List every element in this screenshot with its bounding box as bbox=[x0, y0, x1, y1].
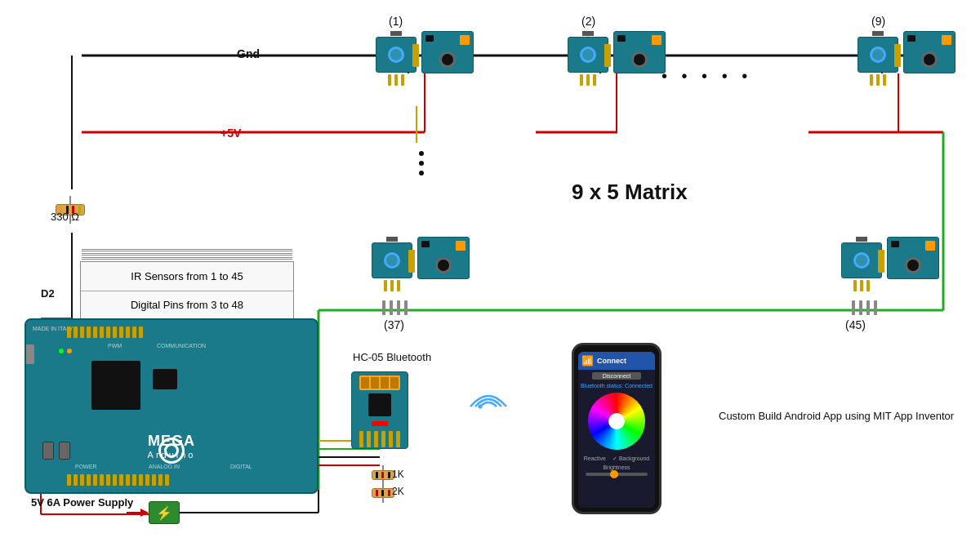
sensor-module-1 bbox=[376, 31, 474, 86]
main-diagram: Gnd +5V 330 Ω D2 IR Sensors from 1 to 45… bbox=[0, 0, 980, 551]
resistor-1k bbox=[372, 465, 394, 485]
pwm-label: PWM bbox=[108, 343, 122, 349]
hc05-label: HC-05 Bluetooth bbox=[353, 351, 431, 363]
usb-port bbox=[24, 344, 34, 364]
arduino-mega-board: MADE IN ITALY PWM COMMUNICATION MEGA Ard… bbox=[24, 318, 318, 494]
power-module: ⚡ bbox=[149, 501, 180, 524]
resistor-2k bbox=[372, 483, 394, 503]
phone: 📶 Connect Disconnect Bluetooth status: C… bbox=[572, 343, 662, 514]
analog-label: ANALOG IN bbox=[149, 464, 180, 469]
module-num-1: (1) bbox=[389, 15, 403, 28]
sensor-module-37 bbox=[372, 237, 470, 291]
phone-bt-icon: 📶 bbox=[581, 355, 594, 367]
phone-bt-status: Bluetooth status: Connected bbox=[578, 382, 655, 389]
main-chip bbox=[91, 361, 140, 410]
dots-vertical bbox=[419, 151, 424, 176]
digital-pins-label: Digital Pins from 3 to 48 bbox=[81, 291, 293, 320]
module-37-pins bbox=[382, 300, 408, 315]
reactive-label: Reactive bbox=[584, 455, 606, 462]
phone-connect-label: Connect bbox=[597, 357, 626, 365]
sensor-module-9 bbox=[858, 31, 956, 86]
ribbon-label-box: IR Sensors from 1 to 45 Digital Pins fro… bbox=[80, 261, 294, 320]
ir-sensors-label: IR Sensors from 1 to 45 bbox=[81, 262, 293, 291]
power-label: POWER bbox=[75, 464, 96, 469]
phone-screen: 📶 Connect Disconnect Bluetooth status: C… bbox=[578, 352, 655, 508]
resistor-1k-label: 1K bbox=[392, 469, 404, 480]
sensor-module-45 bbox=[841, 237, 939, 291]
sensor-module-2 bbox=[568, 31, 666, 86]
dots-horizontal: • • • • • bbox=[662, 67, 752, 86]
power-supply-label: 5V 6A Power Supply bbox=[31, 495, 133, 511]
hc05-module bbox=[351, 371, 408, 449]
bluetooth-wave bbox=[464, 382, 513, 434]
resistance-label: 330 Ω bbox=[51, 211, 79, 223]
comm-label: COMMUNICATION bbox=[157, 343, 206, 349]
digital-label: DIGITAL bbox=[230, 464, 252, 469]
arduino-mega-label: MEGA Arduino bbox=[148, 433, 196, 460]
module-num-37: (37) bbox=[384, 318, 404, 331]
color-wheel bbox=[588, 393, 645, 450]
brightness-label: Brightness bbox=[578, 464, 655, 470]
power-bolt-icon: ⚡ bbox=[156, 505, 172, 521]
slider-thumb bbox=[610, 470, 618, 478]
module-num-9: (9) bbox=[871, 15, 885, 28]
gnd-label: Gnd bbox=[237, 47, 260, 60]
background-label: ✓ Background bbox=[612, 455, 649, 462]
svg-marker-24 bbox=[140, 509, 149, 517]
module-num-2: (2) bbox=[581, 15, 595, 28]
module-45-pins bbox=[852, 300, 877, 315]
d2-label: D2 bbox=[41, 287, 55, 300]
matrix-label: 9 x 5 Matrix bbox=[572, 180, 688, 205]
brightness-slider[interactable] bbox=[586, 473, 647, 476]
svg-point-33 bbox=[479, 405, 483, 409]
resistor-2k-label: 2K bbox=[392, 486, 404, 497]
module-num-45: (45) bbox=[845, 318, 866, 331]
custom-build-label: Custom Build Android App using MIT App I… bbox=[719, 408, 954, 424]
plus5v-label: +5V bbox=[220, 127, 241, 140]
color-wheel-center bbox=[608, 413, 625, 429]
hc05-chip bbox=[368, 393, 391, 416]
hc05-antenna bbox=[359, 375, 400, 390]
phone-disconnect-btn[interactable]: Disconnect bbox=[592, 372, 641, 380]
phone-header: 📶 Connect bbox=[578, 352, 655, 370]
phone-checkboxes: Reactive ✓ Background bbox=[578, 453, 655, 464]
secondary-chip bbox=[153, 369, 177, 389]
hc05-pins bbox=[359, 431, 400, 447]
